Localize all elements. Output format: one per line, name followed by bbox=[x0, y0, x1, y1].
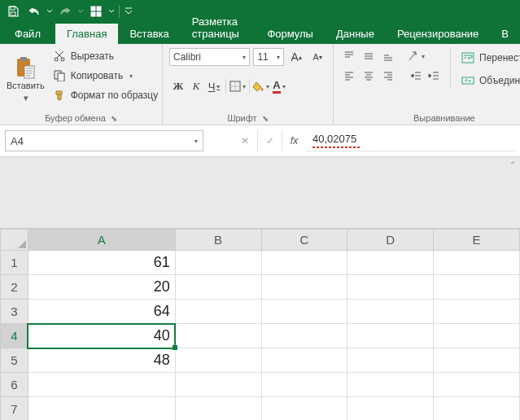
cell[interactable] bbox=[175, 251, 261, 275]
increase-indent-icon[interactable] bbox=[425, 67, 443, 85]
align-right-icon[interactable] bbox=[379, 67, 397, 85]
cell[interactable] bbox=[28, 373, 175, 397]
copy-button[interactable]: Копировать ▾ bbox=[50, 67, 162, 85]
row-header[interactable]: 6 bbox=[1, 373, 28, 397]
cell[interactable]: 61 bbox=[28, 251, 175, 275]
cell[interactable] bbox=[434, 300, 520, 324]
cell[interactable]: 48 bbox=[28, 348, 175, 373]
tab-review[interactable]: Рецензирование bbox=[386, 24, 490, 44]
cell[interactable] bbox=[175, 348, 261, 373]
wrap-text-button[interactable]: Перенести тек bbox=[458, 49, 520, 67]
decrease-indent-icon[interactable] bbox=[407, 67, 425, 85]
row-header[interactable]: 7 bbox=[1, 397, 28, 421]
cell[interactable] bbox=[261, 251, 347, 275]
align-center-icon[interactable] bbox=[360, 67, 378, 85]
cell[interactable] bbox=[261, 397, 347, 421]
group-font: Calibri▾ 11▾ A▴ A▾ Ж К Ч▾ ▾ ▾ A▾ Шрифт⬊ bbox=[163, 44, 334, 125]
borders-button[interactable]: ▾ bbox=[229, 77, 247, 95]
column-header-B[interactable]: B bbox=[175, 230, 261, 251]
row-header[interactable]: 5 bbox=[1, 348, 28, 373]
font-name-combo[interactable]: Calibri▾ bbox=[169, 48, 250, 66]
merge-center-button[interactable]: Объединить и bbox=[458, 72, 520, 90]
cell[interactable] bbox=[347, 275, 434, 300]
cell[interactable] bbox=[261, 324, 347, 348]
wrap-text-label: Перенести тек bbox=[479, 52, 520, 63]
cell[interactable] bbox=[175, 324, 261, 348]
cell[interactable] bbox=[175, 275, 261, 300]
tab-view[interactable]: В bbox=[490, 24, 520, 44]
cell[interactable] bbox=[347, 251, 434, 275]
dialog-launcher-icon[interactable]: ⬊ bbox=[262, 114, 269, 123]
cell[interactable] bbox=[261, 300, 347, 324]
cell[interactable] bbox=[261, 373, 347, 397]
cancel-formula-icon[interactable]: ✕ bbox=[233, 130, 257, 151]
cell[interactable] bbox=[434, 373, 520, 397]
orientation-button[interactable]: ▾ bbox=[407, 47, 425, 65]
touch-dropdown[interactable] bbox=[107, 8, 116, 15]
select-all-corner[interactable] bbox=[1, 230, 28, 251]
cell[interactable] bbox=[28, 397, 175, 421]
row-header[interactable]: 3 bbox=[1, 300, 28, 324]
increase-font-icon[interactable]: A▴ bbox=[287, 48, 305, 66]
tab-data[interactable]: Данные bbox=[325, 24, 386, 44]
qat-customize-icon[interactable] bbox=[123, 2, 134, 20]
cell[interactable]: 20 bbox=[28, 275, 175, 300]
undo-dropdown[interactable] bbox=[46, 8, 54, 15]
bold-button[interactable]: Ж bbox=[169, 77, 187, 95]
cell[interactable] bbox=[434, 324, 520, 348]
align-left-icon[interactable] bbox=[340, 67, 358, 85]
copy-icon bbox=[53, 69, 66, 82]
tab-insert[interactable]: Вставка bbox=[118, 24, 180, 44]
name-box[interactable]: A4 ▾ bbox=[5, 130, 203, 151]
cell[interactable] bbox=[175, 397, 261, 421]
cell[interactable] bbox=[261, 348, 347, 373]
font-size-combo[interactable]: 11▾ bbox=[253, 48, 284, 66]
cell-selected[interactable]: 40 bbox=[28, 324, 175, 348]
redo-dropdown[interactable] bbox=[76, 8, 85, 15]
font-color-button[interactable]: A▾ bbox=[270, 77, 288, 95]
column-header-D[interactable]: D bbox=[347, 230, 434, 251]
cell[interactable] bbox=[434, 397, 520, 421]
cut-button[interactable]: Вырезать bbox=[50, 47, 162, 65]
cell[interactable] bbox=[175, 300, 261, 324]
paste-button[interactable]: Вставить ▾ bbox=[7, 47, 45, 112]
cell[interactable] bbox=[347, 348, 434, 373]
tab-home[interactable]: Главная bbox=[55, 24, 118, 44]
cell[interactable] bbox=[261, 275, 347, 300]
cell[interactable] bbox=[347, 373, 434, 397]
tab-page-layout[interactable]: Разметка страницы bbox=[181, 11, 256, 44]
fill-color-button[interactable]: ▾ bbox=[252, 77, 270, 95]
insert-function-icon[interactable]: fx bbox=[282, 130, 306, 151]
column-header-E[interactable]: E bbox=[434, 230, 520, 251]
italic-button[interactable]: К bbox=[187, 77, 205, 95]
formula-input[interactable]: 40,02075 bbox=[306, 130, 515, 151]
row-header[interactable]: 1 bbox=[1, 251, 28, 275]
cell[interactable]: 64 bbox=[28, 300, 175, 324]
cell[interactable] bbox=[347, 300, 434, 324]
align-top-icon[interactable] bbox=[340, 47, 358, 65]
align-middle-icon[interactable] bbox=[360, 47, 378, 65]
cell[interactable] bbox=[434, 348, 520, 373]
tab-file[interactable]: Файл bbox=[3, 24, 55, 44]
dialog-launcher-icon[interactable]: ⬊ bbox=[111, 114, 117, 123]
row-header[interactable]: 2 bbox=[1, 275, 28, 300]
cell[interactable] bbox=[434, 275, 520, 300]
cell[interactable] bbox=[175, 373, 261, 397]
column-header-A[interactable]: A bbox=[28, 230, 175, 251]
quickprint-icon[interactable] bbox=[86, 2, 106, 20]
collapse-formula-bar-icon[interactable]: ⌃ bbox=[507, 159, 518, 170]
underline-button[interactable]: Ч▾ bbox=[205, 77, 223, 95]
save-icon[interactable] bbox=[3, 2, 23, 20]
align-bottom-icon[interactable] bbox=[379, 47, 397, 65]
column-header-C[interactable]: C bbox=[261, 230, 347, 251]
cell[interactable] bbox=[434, 251, 520, 275]
enter-formula-icon[interactable]: ✓ bbox=[257, 130, 282, 151]
cell[interactable] bbox=[347, 397, 434, 421]
decrease-font-icon[interactable]: A▾ bbox=[308, 48, 326, 66]
undo-icon[interactable] bbox=[24, 2, 44, 20]
format-painter-button[interactable]: Формат по образцу bbox=[50, 86, 162, 104]
tab-formulas[interactable]: Формулы bbox=[256, 24, 325, 44]
redo-icon[interactable] bbox=[55, 2, 75, 20]
row-header[interactable]: 4 bbox=[1, 324, 28, 348]
cell[interactable] bbox=[347, 324, 434, 348]
